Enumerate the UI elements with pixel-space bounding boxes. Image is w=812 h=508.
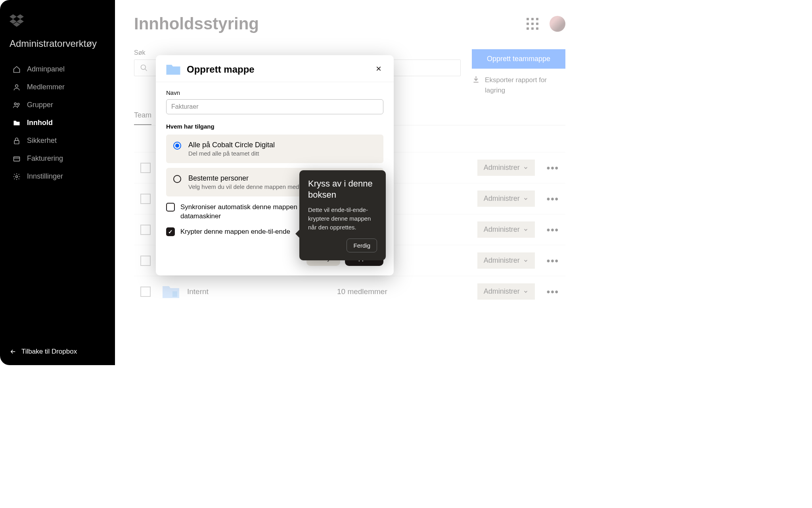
sidebar-item-label: Innstillinger <box>27 172 63 181</box>
sidebar-item-adminpanel[interactable]: Adminpanel <box>10 60 105 78</box>
card-icon <box>13 155 21 163</box>
arrow-left-icon <box>10 348 17 355</box>
checkbox-checked-icon <box>166 227 175 236</box>
sidebar-item-settings[interactable]: Innstillinger <box>10 167 105 185</box>
svg-rect-4 <box>14 157 20 161</box>
hint-popover: Kryss av i denne boksen Dette vil ende-t… <box>299 170 386 260</box>
user-icon <box>13 83 21 91</box>
sidebar-item-members[interactable]: Medlemmer <box>10 78 105 96</box>
sidebar: Administratorverktøy Adminpanel Medlemme… <box>0 0 115 365</box>
gear-icon <box>13 173 21 181</box>
svg-rect-3 <box>14 140 19 144</box>
folder-name-input[interactable] <box>166 99 383 114</box>
home-icon <box>13 65 21 73</box>
svg-point-1 <box>14 103 16 105</box>
sidebar-item-security[interactable]: Sikkerhet <box>10 132 105 150</box>
popover-done-button[interactable]: Ferdig <box>347 239 377 252</box>
tool-title: Administratorverktøy <box>10 38 105 49</box>
checkbox-icon <box>166 203 175 212</box>
folder-icon <box>13 119 21 127</box>
sidebar-item-label: Innhold <box>27 119 53 127</box>
sidebar-item-groups[interactable]: Grupper <box>10 96 105 114</box>
dropbox-logo-icon <box>10 14 105 29</box>
access-option-everyone[interactable]: Alle på Cobalt Circle Digital Del med al… <box>166 135 383 163</box>
sidebar-item-label: Fakturering <box>27 154 63 163</box>
app-root: Administratorverktøy Adminpanel Medlemme… <box>0 0 584 365</box>
sidebar-item-label: Sikkerhet <box>27 137 57 145</box>
back-to-dropbox-link[interactable]: Tilbake til Dropbox <box>10 348 105 356</box>
option-title: Bestemte personer <box>188 174 299 183</box>
radio-icon <box>173 175 181 183</box>
svg-point-5 <box>16 175 18 177</box>
folder-icon <box>166 64 180 75</box>
option-subtitle: Velg hvem du vil dele denne mappen med <box>188 183 299 190</box>
back-label: Tilbake til Dropbox <box>21 348 77 356</box>
modal-title: Opprett mappe <box>187 64 368 75</box>
close-button[interactable] <box>374 63 383 75</box>
encrypt-label: Krypter denne mappen ende-til-ende <box>180 227 290 237</box>
popover-body: Dette vil ende-til-ende-kryptere denne m… <box>308 206 377 231</box>
svg-point-0 <box>15 85 18 87</box>
sidebar-item-billing[interactable]: Fakturering <box>10 150 105 167</box>
sidebar-item-content[interactable]: Innhold <box>10 114 105 132</box>
sidebar-item-label: Adminpanel <box>27 65 65 73</box>
option-title: Alle på Cobalt Circle Digital <box>188 141 275 149</box>
users-icon <box>13 101 21 109</box>
access-label: Hvem har tilgang <box>166 123 383 130</box>
lock-icon <box>13 137 21 145</box>
radio-icon <box>173 142 181 150</box>
name-label: Navn <box>166 89 383 96</box>
popover-title: Kryss av i denne boksen <box>308 178 377 200</box>
sidebar-item-label: Medlemmer <box>27 83 65 91</box>
sidebar-item-label: Grupper <box>27 101 53 109</box>
close-icon <box>375 65 382 72</box>
option-subtitle: Del med alle på teamet ditt <box>188 150 275 157</box>
sidebar-nav: Adminpanel Medlemmer Grupper Innhold Sik… <box>10 60 105 348</box>
svg-point-2 <box>17 103 19 105</box>
